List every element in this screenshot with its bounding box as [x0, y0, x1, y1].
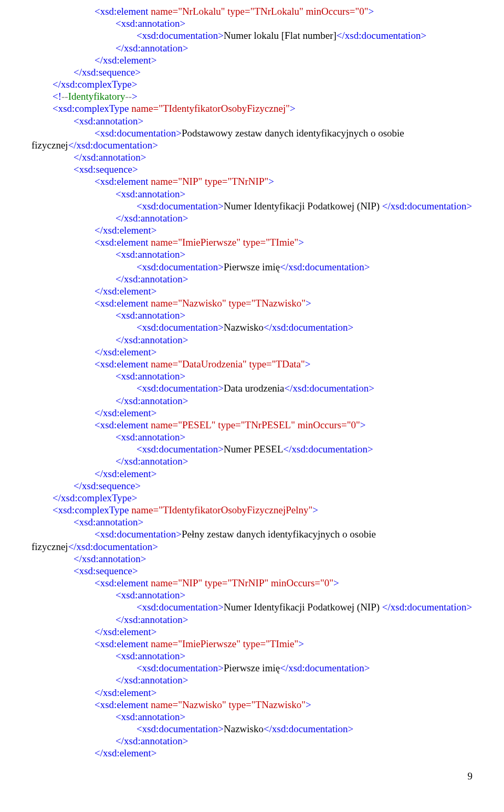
code-line: <xsd:complexType name="TIdentyfikatorOso… [32, 504, 472, 516]
code-segment: <xsd:documentation> [136, 444, 224, 455]
code-segment: </xsd:complexType> [52, 79, 138, 90]
code-line: </xsd:element> [32, 747, 472, 759]
code-segment: </xsd:sequence> [74, 480, 141, 491]
code-line: <xsd:annotation> [32, 17, 472, 29]
code-segment: <xsd:element [94, 419, 149, 430]
code-line: <xsd:documentation>Nazwisko</xsd:documen… [32, 723, 472, 735]
code-segment: <xsd:element [94, 237, 149, 248]
code-segment: </xsd:element> [94, 55, 157, 66]
code-line: <xsd:annotation> [32, 309, 472, 321]
code-segment: </xsd:documentation> [284, 444, 373, 455]
code-segment: </xsd:element> [94, 286, 157, 297]
code-segment: <xsd:annotation> [116, 589, 185, 600]
code-segment: name="NrLokalu" type="TNrLokalu" minOccu… [149, 6, 369, 17]
code-segment: </xsd:element> [94, 747, 157, 758]
code-line: </xsd:annotation> [32, 151, 472, 163]
code-segment: Data urodzenia [224, 383, 285, 394]
code-line: <xsd:documentation>Podstawowy zestaw dan… [32, 127, 472, 139]
code-segment: </xsd:annotation> [116, 273, 188, 284]
code-line: <xsd:documentation>Pełny zestaw danych i… [32, 528, 472, 540]
code-segment: </xsd:annotation> [116, 43, 188, 54]
code-segment: Numer Identyfikacji Podatkowej (NIP) [224, 201, 382, 212]
code-line: </xsd:annotation> [32, 212, 472, 224]
code-line: <xsd:annotation> [32, 115, 472, 127]
code-segment: Numer Identyfikacji Podatkowej (NIP) [224, 602, 382, 613]
code-segment: Pełny zestaw danych identyfikacyjnych o … [182, 529, 379, 540]
code-segment: Pierwsze imię [224, 662, 280, 673]
code-segment: > [360, 419, 366, 430]
code-segment: </xsd:annotation> [116, 456, 188, 467]
code-segment: <xsd:complexType [52, 504, 129, 515]
page-number: 9 [32, 770, 472, 782]
code-segment: </xsd:annotation> [116, 334, 188, 345]
code-segment: <xsd:element [94, 6, 149, 17]
code-line: </xsd:annotation> [32, 42, 472, 54]
code-segment: > [298, 237, 304, 248]
code-segment: </xsd:complexType> [52, 492, 138, 503]
code-line: <xsd:element name="ImiePierwsze" type="T… [32, 236, 472, 248]
code-line: <xsd:annotation> [32, 516, 472, 528]
code-segment: </xsd:annotation> [116, 614, 188, 625]
code-segment: Numer PESEL [224, 444, 283, 455]
code-segment: Identyfikatory [68, 91, 125, 102]
code-segment: Numer lokalu [Flat number] [224, 30, 337, 41]
code-segment: > [298, 638, 304, 649]
code-line: <xsd:element name="PESEL" type="TNrPESEL… [32, 419, 472, 431]
code-segment: name="NIP" type="TNrNIP" minOccurs="0" [149, 577, 334, 588]
code-segment: name="Nazwisko" type="TNazwisko" [149, 699, 306, 710]
code-line: <xsd:documentation>Nazwisko</xsd:documen… [32, 321, 472, 333]
code-line: <xsd:element name="NIP" type="TNrNIP" mi… [32, 577, 472, 589]
code-line: <xsd:element name="ImiePierwsze" type="T… [32, 638, 472, 650]
code-segment: <xsd:documentation> [136, 723, 224, 734]
code-line: </xsd:annotation> [32, 674, 472, 686]
code-line: <xsd:element name="NIP" type="TNrNIP"> [32, 175, 472, 187]
code-segment: <xsd:annotation> [116, 18, 185, 29]
code-line: </xsd:element> [32, 224, 472, 236]
code-segment: <xsd:element [94, 699, 149, 710]
code-segment: Podstawowy zestaw danych identyfikacyjny… [182, 128, 406, 139]
code-segment: <xsd:element [94, 638, 149, 649]
code-segment: <xsd:complexType [52, 103, 129, 114]
code-line: <xsd:documentation>Numer Identyfikacji P… [32, 200, 472, 212]
code-segment: fizycznej [32, 140, 68, 151]
code-segment: </xsd:documentation> [264, 322, 353, 333]
code-line: </xsd:element> [32, 285, 472, 297]
code-segment: <xsd:annotation> [116, 249, 185, 260]
code-line: <xsd:documentation>Pierwsze imię</xsd:do… [32, 261, 472, 273]
code-segment: </xsd:annotation> [74, 553, 146, 564]
code-segment: <xsd:annotation> [116, 711, 185, 722]
code-segment: </xsd:annotation> [74, 152, 146, 163]
code-segment: <xsd:documentation> [136, 261, 224, 272]
code-line: <xsd:documentation>Pierwsze imię</xsd:do… [32, 662, 472, 674]
code-line: <xsd:annotation> [32, 589, 472, 601]
code-segment: <xsd:documentation> [136, 662, 224, 673]
code-line: <xsd:documentation>Data urodzenia</xsd:d… [32, 382, 472, 394]
code-segment: </xsd:documentation> [285, 383, 374, 394]
code-segment: <xsd:documentation> [136, 602, 224, 613]
code-line: <xsd:sequence> [32, 163, 472, 175]
code-segment: <xsd:documentation> [136, 201, 224, 212]
code-segment: <xsd:element [94, 358, 149, 370]
code-segment: name="DataUrodzenia" type="TData" [149, 358, 305, 370]
code-segment: Nazwisko [224, 723, 264, 734]
code-line: </xsd:sequence> [32, 66, 472, 78]
code-line: <xsd:documentation>Numer Identyfikacji P… [32, 601, 472, 613]
code-segment: <! [52, 91, 61, 102]
code-segment: name="TIdentyfikatorOsobyFizycznejPelny" [129, 504, 313, 515]
code-line: <xsd:sequence> [32, 565, 472, 577]
code-line: </xsd:element> [32, 468, 472, 480]
code-line: <xsd:annotation> [32, 711, 472, 723]
code-segment: </xsd:documentation> [382, 602, 472, 613]
code-line: </xsd:element> [32, 346, 472, 358]
code-segment: </xsd:documentation> [68, 541, 158, 552]
code-segment: </xsd:element> [94, 468, 157, 479]
code-segment: </xsd:documentation> [68, 140, 158, 151]
code-segment: <xsd:annotation> [116, 371, 185, 382]
code-segment: </xsd:element> [94, 687, 157, 698]
code-segment: </xsd:annotation> [116, 674, 188, 686]
code-line: </xsd:element> [32, 407, 472, 419]
code-segment: </xsd:documentation> [382, 201, 472, 212]
code-segment: > [132, 91, 138, 102]
code-segment: -- [61, 91, 68, 102]
code-line: </xsd:annotation> [32, 553, 472, 565]
